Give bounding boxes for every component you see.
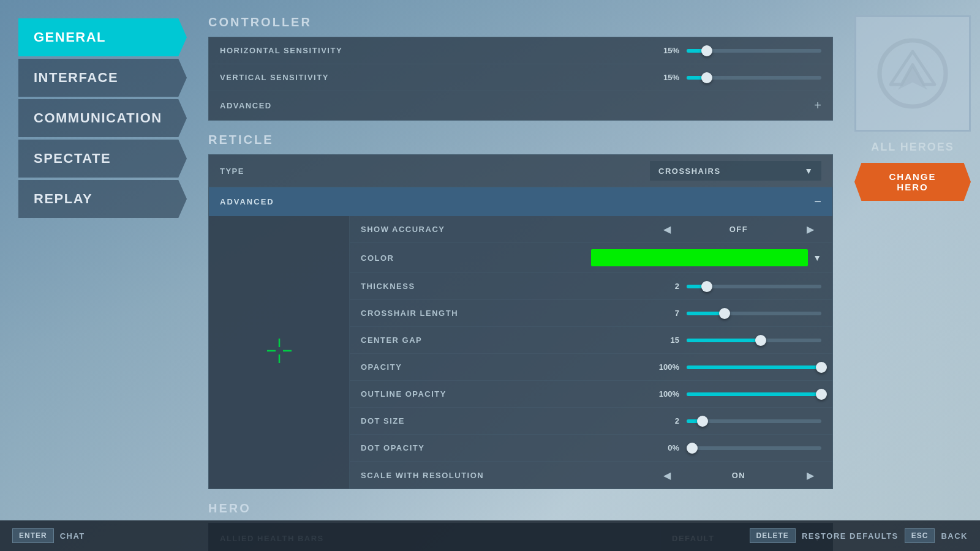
controller-advanced-row[interactable]: ADVANCED + — [209, 91, 832, 120]
controller-panel: HORIZONTAL SENSITIVITY 15% VERTICAL SENS… — [208, 37, 833, 121]
controller-section: CONTROLLER HORIZONTAL SENSITIVITY 15% VE… — [208, 15, 833, 121]
delete-key-badge: DELETE — [750, 528, 796, 543]
crosshair-symbol — [267, 339, 292, 366]
type-row: TYPE CROSSHAIRS ▼ — [208, 154, 833, 187]
controller-title: CONTROLLER — [208, 15, 833, 29]
bottom-bar: ENTER CHAT DELETE RESTORE DEFAULTS ESC B… — [0, 520, 980, 551]
right-panel: ALL HEROES CHANGE HERO — [845, 0, 980, 551]
opacity-slider[interactable] — [687, 365, 821, 369]
center-gap-label: CENTER GAP — [361, 335, 649, 345]
esc-key-badge: ESC — [905, 528, 935, 543]
sidebar-item-interface[interactable]: INTERFACE — [18, 59, 187, 97]
horizontal-sensitivity-value: 15% — [649, 46, 679, 55]
restore-defaults-label[interactable]: RESTORE DEFAULTS — [802, 531, 899, 541]
sidebar-item-communication[interactable]: COMMUNICATION — [18, 99, 187, 137]
dot-size-slider[interactable] — [687, 419, 821, 423]
scale-resolution-label: SCALE WITH RESOLUTION — [361, 471, 656, 480]
thickness-slider[interactable] — [687, 285, 821, 288]
scale-right-arrow-icon[interactable]: ▶ — [799, 470, 821, 481]
enter-key-badge: ENTER — [12, 528, 54, 543]
thickness-label: THICKNESS — [361, 282, 649, 291]
crosshair-length-label: CROSSHAIR LENGTH — [361, 309, 649, 318]
advanced-settings: SHOW ACCURACY ◀ OFF ▶ COLOR — [350, 216, 832, 489]
main-content: CONTROLLER HORIZONTAL SENSITIVITY 15% VE… — [196, 0, 845, 551]
thickness-row: THICKNESS 2 — [350, 273, 832, 300]
opacity-label: OPACITY — [361, 362, 649, 372]
outline-opacity-slider[interactable] — [687, 392, 821, 396]
back-label[interactable]: BACK — [941, 531, 968, 541]
expand-icon: + — [814, 99, 821, 113]
outline-opacity-row: OUTLINE OPACITY 100% — [350, 381, 832, 408]
left-arrow-icon[interactable]: ◀ — [656, 223, 678, 235]
center-gap-value: 15 — [649, 335, 679, 345]
show-accuracy-toggle[interactable]: ◀ OFF ▶ — [656, 223, 821, 235]
show-accuracy-label: SHOW ACCURACY — [361, 225, 656, 234]
bottom-right-controls: DELETE RESTORE DEFAULTS ESC BACK — [750, 528, 968, 543]
show-accuracy-value: OFF — [678, 225, 799, 234]
scale-resolution-toggle[interactable]: ◀ ON ▶ — [656, 470, 821, 481]
sidebar-item-spectate[interactable]: SPECTATE — [18, 140, 187, 178]
outline-opacity-label: OUTLINE OPACITY — [361, 389, 649, 399]
vertical-sensitivity-value: 15% — [649, 73, 679, 82]
hero-portrait — [854, 15, 971, 132]
center-gap-row: CENTER GAP 15 — [350, 327, 832, 354]
dot-size-value: 2 — [649, 416, 679, 425]
color-preview — [591, 249, 808, 266]
thickness-value: 2 — [649, 282, 679, 291]
horizontal-sensitivity-row: HORIZONTAL SENSITIVITY 15% — [209, 37, 832, 64]
scale-resolution-value: ON — [678, 471, 799, 480]
outline-opacity-value: 100% — [649, 389, 679, 399]
sidebar-item-general[interactable]: GENERAL — [18, 18, 187, 56]
dropdown-arrow-icon: ▼ — [804, 166, 813, 176]
dot-opacity-value: 0% — [649, 443, 679, 452]
crosshair-length-value: 7 — [649, 309, 679, 318]
vertical-sensitivity-row: VERTICAL SENSITIVITY 15% — [209, 64, 832, 91]
vertical-sensitivity-slider[interactable] — [687, 76, 821, 80]
type-label: TYPE — [220, 167, 650, 176]
sidebar-item-replay[interactable]: REPLAY — [18, 180, 187, 218]
dot-opacity-label: DOT OPACITY — [361, 443, 649, 452]
advanced-section: ADVANCED − — [208, 187, 833, 489]
color-row: COLOR ▼ — [350, 243, 832, 273]
type-dropdown-value: CROSSHAIRS — [658, 167, 804, 176]
crosshair-preview — [209, 216, 350, 489]
reticle-section: RETICLE TYPE CROSSHAIRS ▼ ADVANCED − — [208, 133, 833, 489]
change-hero-button[interactable]: CHANGE HERO — [854, 163, 971, 201]
controller-advanced-label: ADVANCED — [220, 101, 814, 110]
color-label: COLOR — [361, 253, 591, 263]
sidebar: GENERAL INTERFACE COMMUNICATION SPECTATE… — [0, 0, 196, 551]
advanced-header-label: ADVANCED — [220, 197, 814, 206]
type-dropdown[interactable]: CROSSHAIRS ▼ — [650, 161, 821, 181]
hero-name: ALL HEROES — [871, 141, 954, 154]
vertical-sensitivity-label: VERTICAL SENSITIVITY — [220, 73, 649, 82]
crosshair-length-slider[interactable] — [687, 312, 821, 315]
dot-opacity-slider[interactable] — [687, 446, 821, 450]
crosshair-length-row: CROSSHAIR LENGTH 7 — [350, 300, 832, 327]
scale-left-arrow-icon[interactable]: ◀ — [656, 470, 678, 481]
overwatch-logo-icon — [876, 37, 949, 110]
scale-resolution-row: SCALE WITH RESOLUTION ◀ ON ▶ — [350, 462, 832, 489]
color-dropdown-arrow-icon: ▼ — [813, 253, 821, 263]
advanced-content: SHOW ACCURACY ◀ OFF ▶ COLOR — [209, 216, 832, 489]
show-accuracy-row: SHOW ACCURACY ◀ OFF ▶ — [350, 216, 832, 243]
dot-size-label: DOT SIZE — [361, 416, 649, 425]
collapse-icon: − — [814, 195, 821, 209]
hero-title: HERO — [208, 501, 833, 515]
dot-size-row: DOT SIZE 2 — [350, 408, 832, 435]
right-arrow-icon[interactable]: ▶ — [799, 223, 821, 235]
color-dropdown[interactable]: ▼ — [591, 249, 821, 266]
opacity-value: 100% — [649, 362, 679, 372]
advanced-header[interactable]: ADVANCED − — [209, 187, 832, 216]
horizontal-sensitivity-slider[interactable] — [687, 49, 821, 53]
reticle-title: RETICLE — [208, 133, 833, 147]
horizontal-sensitivity-label: HORIZONTAL SENSITIVITY — [220, 46, 649, 55]
dot-opacity-row: DOT OPACITY 0% — [350, 435, 832, 462]
chat-label: CHAT — [60, 531, 85, 541]
center-gap-slider[interactable] — [687, 339, 821, 342]
opacity-row: OPACITY 100% — [350, 354, 832, 381]
